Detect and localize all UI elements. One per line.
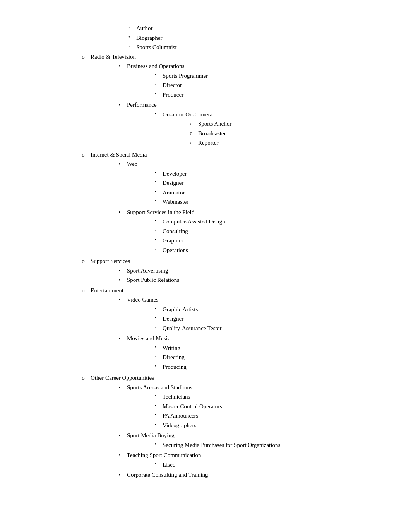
bullet-icon: • — [124, 43, 135, 50]
bullet-icon: • — [150, 460, 161, 467]
list-item: ▪ Web • Developer — [114, 160, 380, 207]
list-item: o Entertainment ▪ Video Games — [77, 286, 380, 373]
bullet-icon: ▪ — [114, 471, 125, 479]
outline-container: • Author • Biographer • Sports Columnist… — [31, 24, 380, 480]
item-content: Video Games • Graphic Artists — [127, 295, 380, 333]
item-label: Teaching Sport Communication — [127, 452, 201, 458]
item-content: Other Career Opportunities ▪ Sports Aren… — [91, 373, 380, 480]
list-item: • Quality-Assurance Tester — [150, 324, 380, 333]
top-bullets-container: • Author • Biographer • Sports Columnist — [31, 24, 380, 52]
item-label: Reporter — [198, 138, 380, 147]
item-label: Entertainment — [91, 287, 123, 293]
item-content: Performance • On-air or On-Camera — [127, 101, 380, 149]
item-label: On-air or On-Camera — [163, 111, 212, 118]
list-item: • Designer — [150, 179, 380, 188]
item-label: Other Career Opportunities — [91, 375, 154, 381]
item-label: Computer-Assisted Design — [163, 217, 380, 226]
level3-container: • Securing Media Purchases for Sport Org… — [127, 441, 380, 450]
list-item: • Author — [124, 24, 380, 33]
bullet-icon: • — [150, 363, 161, 370]
bullet-icon: • — [150, 314, 161, 321]
item-label: Videographers — [163, 421, 380, 430]
level3-container: • Technicians • Master Control Operators — [127, 392, 380, 430]
business-ops-section: ▪ Business and Operations • Sports Progr… — [91, 62, 380, 149]
bullet-icon: o — [77, 150, 89, 159]
bullet-icon: • — [150, 179, 161, 186]
list-item: • Directing — [150, 353, 380, 362]
bullet-icon: • — [150, 324, 161, 331]
bullet-icon: • — [150, 441, 161, 448]
item-label: Designer — [163, 314, 380, 323]
item-label: Consulting — [163, 227, 380, 236]
list-item: • Producing — [150, 363, 380, 372]
bullet-icon: ▪ — [114, 62, 125, 70]
level3-list: • On-air or On-Camera — [150, 110, 380, 148]
bullet-icon: ▪ — [114, 431, 125, 439]
list-item: • Securing Media Purchases for Sport Org… — [150, 441, 380, 450]
list-item: o Reporter — [186, 138, 380, 147]
bullet-icon: o — [186, 138, 197, 147]
item-label: Movies and Music — [127, 335, 170, 341]
bullet-icon: ▪ — [114, 295, 125, 304]
bullet-icon: o — [77, 53, 89, 61]
item-label: Sport Advertising — [127, 266, 380, 275]
item-label: Graphics — [163, 236, 380, 245]
bullet-icon: o — [77, 373, 89, 382]
item-label: Directing — [163, 353, 380, 362]
level2-container: ▪ Video Games • Graphic Artists — [91, 295, 380, 372]
list-item: • Videographers — [150, 421, 380, 430]
list-item: • Animator — [150, 188, 380, 197]
bullet-icon: ▪ — [114, 451, 125, 459]
bullet-icon: ▪ — [114, 276, 125, 284]
bullet-icon: • — [150, 217, 161, 224]
level3-container: • Developer • Designer — [127, 169, 380, 206]
level3-container: • Lisec — [127, 460, 380, 469]
list-item: ▪ Business and Operations • Sports Progr… — [114, 62, 380, 100]
item-content: On-air or On-Camera o — [163, 110, 380, 148]
bullet-icon: ▪ — [114, 160, 125, 168]
item-label: Operations — [163, 246, 380, 255]
level3-list: • Writing • Directing — [150, 344, 380, 372]
item-content: Business and Operations • Sports Program… — [127, 62, 380, 100]
list-item: ▪ Video Games • Graphic Artists — [114, 295, 380, 333]
list-item: • On-air or On-Camera — [150, 110, 380, 148]
item-label: Master Control Operators — [163, 402, 380, 411]
list-item: ▪ Sport Advertising — [114, 266, 380, 275]
level3-list: • Sports Programmer • Director — [150, 72, 380, 99]
list-item: • Operations — [150, 246, 380, 255]
bullet-icon: • — [150, 421, 161, 428]
list-item: o Support Services ▪ Sport Advertising ▪… — [77, 257, 380, 285]
list-item: • Computer-Assisted Design — [150, 217, 380, 226]
item-label: Graphic Artists — [163, 305, 380, 314]
bullet-icon: • — [150, 392, 161, 399]
item-label: Sports Programmer — [163, 72, 380, 80]
bullet-icon: • — [124, 24, 135, 31]
list-item: • Consulting — [150, 227, 380, 236]
list-item: • Webmaster — [150, 198, 380, 206]
level2-list: ▪ Sport Advertising ▪ Sport Public Relat… — [114, 266, 380, 285]
list-item: • Technicians — [150, 392, 380, 401]
item-label: Web — [127, 161, 137, 167]
item-content: Entertainment ▪ Video Games — [91, 286, 380, 373]
level3-container: • Computer-Assisted Design • Consulting — [127, 217, 380, 254]
item-label: Corporate Consulting and Training — [127, 471, 380, 479]
level2-list: ▪ Video Games • Graphic Artists — [114, 295, 380, 372]
list-item: • Sports Columnist — [124, 43, 380, 52]
bullet-icon: • — [150, 188, 161, 195]
level3-container: • Sports Programmer • Director — [127, 72, 380, 99]
bullet-icon: o — [77, 257, 89, 266]
item-label: Producing — [163, 363, 380, 372]
level4-list: o Sports Anchor o Broadcaster — [186, 119, 380, 147]
level3-list: • Securing Media Purchases for Sport Org… — [150, 441, 380, 450]
item-label: Writing — [163, 344, 380, 353]
item-label: Designer — [163, 179, 380, 188]
level2-container: ▪ Web • Developer — [91, 160, 380, 255]
list-item: • Director — [150, 81, 380, 90]
level2-list: ▪ Web • Developer — [114, 160, 380, 255]
item-label: Broadcaster — [198, 129, 380, 138]
level4-container: o Sports Anchor o Broadcaster — [163, 119, 380, 147]
item-label: Lisec — [163, 460, 380, 469]
list-item: • Designer — [150, 314, 380, 323]
bullet-icon: • — [150, 169, 161, 176]
list-item: • Producer — [150, 90, 380, 99]
